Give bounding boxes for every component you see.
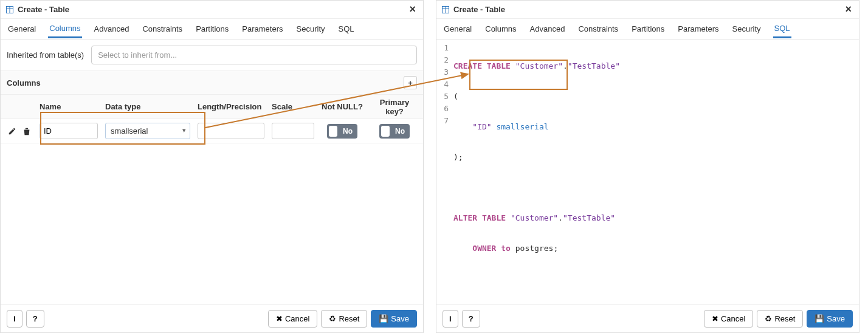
- create-table-panel-sql: Create - Table × General Columns Advance…: [436, 0, 859, 333]
- save-button[interactable]: 💾Save: [807, 310, 853, 328]
- tab-constraints[interactable]: Constraints: [141, 21, 184, 37]
- tab-parameters[interactable]: Parameters: [241, 21, 284, 37]
- tab-security[interactable]: Security: [731, 21, 762, 37]
- create-table-panel-columns: Create - Table × General Columns Advance…: [0, 0, 424, 333]
- info-button[interactable]: i: [443, 310, 458, 328]
- inherit-select[interactable]: Select to inherit from...: [91, 46, 417, 64]
- dialog-footer: i ? ✖Cancel ♻Reset 💾Save: [1, 304, 423, 332]
- cancel-button[interactable]: ✖Cancel: [268, 310, 317, 328]
- tab-columns[interactable]: Columns: [484, 21, 517, 37]
- tab-sql[interactable]: SQL: [337, 21, 356, 37]
- dialog-title: Create - Table: [453, 5, 505, 14]
- header-scale: Scale: [268, 100, 318, 114]
- header-datatype: Data type: [102, 100, 194, 114]
- tab-columns[interactable]: Columns: [48, 20, 81, 38]
- reset-button[interactable]: ♻Reset: [321, 310, 367, 328]
- close-icon[interactable]: ×: [407, 3, 418, 16]
- cancel-button[interactable]: ✖Cancel: [704, 310, 753, 328]
- tab-advanced[interactable]: Advanced: [93, 21, 131, 37]
- tab-general[interactable]: General: [443, 21, 473, 37]
- column-scale-input[interactable]: [272, 123, 314, 139]
- tabs: General Columns Advanced Constraints Par…: [436, 19, 859, 39]
- x-icon: ✖: [712, 314, 718, 323]
- save-icon: 💾: [379, 314, 388, 323]
- column-row: smallserial No No: [1, 119, 423, 143]
- column-datatype-select[interactable]: smallserial: [105, 123, 190, 139]
- sql-editor[interactable]: 1 2 3 4 5 6 7 CREATE TABLE "Customer"."T…: [436, 39, 859, 304]
- column-name-input[interactable]: [40, 123, 98, 139]
- close-icon[interactable]: ×: [842, 3, 854, 16]
- tab-constraints[interactable]: Constraints: [577, 21, 619, 37]
- recycle-icon: ♻: [329, 314, 336, 323]
- notnull-toggle[interactable]: No: [327, 124, 357, 139]
- x-icon: ✖: [276, 314, 283, 323]
- help-button[interactable]: ?: [462, 310, 480, 328]
- tab-partitions[interactable]: Partitions: [195, 21, 230, 37]
- column-length-input[interactable]: [198, 123, 264, 139]
- dialog-footer: i ? ✖Cancel ♻Reset 💾Save: [436, 304, 859, 332]
- tab-security[interactable]: Security: [295, 21, 326, 37]
- tab-advanced[interactable]: Advanced: [529, 21, 567, 37]
- table-icon: [441, 5, 450, 14]
- header-notnull: Not NULL?: [318, 100, 367, 114]
- table-icon: [5, 5, 14, 14]
- tabs: General Columns Advanced Constraints Par…: [1, 19, 423, 39]
- reset-button[interactable]: ♻Reset: [757, 310, 803, 328]
- columns-section-title: Columns: [7, 78, 41, 88]
- line-gutter: 1 2 3 4 5 6 7: [436, 42, 453, 302]
- tab-sql[interactable]: SQL: [773, 20, 791, 38]
- delete-row-icon[interactable]: [21, 126, 32, 137]
- save-button[interactable]: 💾Save: [371, 310, 417, 328]
- columns-grid-header: Name Data type Length/Precision Scale No…: [1, 95, 423, 119]
- titlebar: Create - Table ×: [436, 1, 859, 19]
- primarykey-toggle[interactable]: No: [379, 124, 410, 139]
- tab-partitions[interactable]: Partitions: [630, 21, 666, 37]
- add-column-button[interactable]: +: [404, 76, 417, 89]
- dialog-title: Create - Table: [18, 5, 69, 14]
- titlebar: Create - Table ×: [1, 1, 423, 19]
- columns-section-header: Columns +: [1, 71, 423, 95]
- header-name: Name: [36, 100, 102, 114]
- inherited-label: Inherited from table(s): [7, 50, 84, 60]
- tab-parameters[interactable]: Parameters: [677, 21, 720, 37]
- edit-row-icon[interactable]: [7, 126, 18, 137]
- sql-code: CREATE TABLE "Customer"."TestTable" ( "I…: [453, 42, 859, 302]
- header-primarykey: Primary key?: [367, 95, 422, 118]
- inherited-from-row: Inherited from table(s) Select to inheri…: [1, 39, 423, 71]
- save-icon: 💾: [815, 314, 824, 323]
- recycle-icon: ♻: [765, 314, 772, 323]
- header-length: Length/Precision: [194, 100, 268, 114]
- help-button[interactable]: ?: [26, 310, 44, 328]
- info-button[interactable]: i: [7, 310, 22, 328]
- tab-general[interactable]: General: [7, 21, 37, 37]
